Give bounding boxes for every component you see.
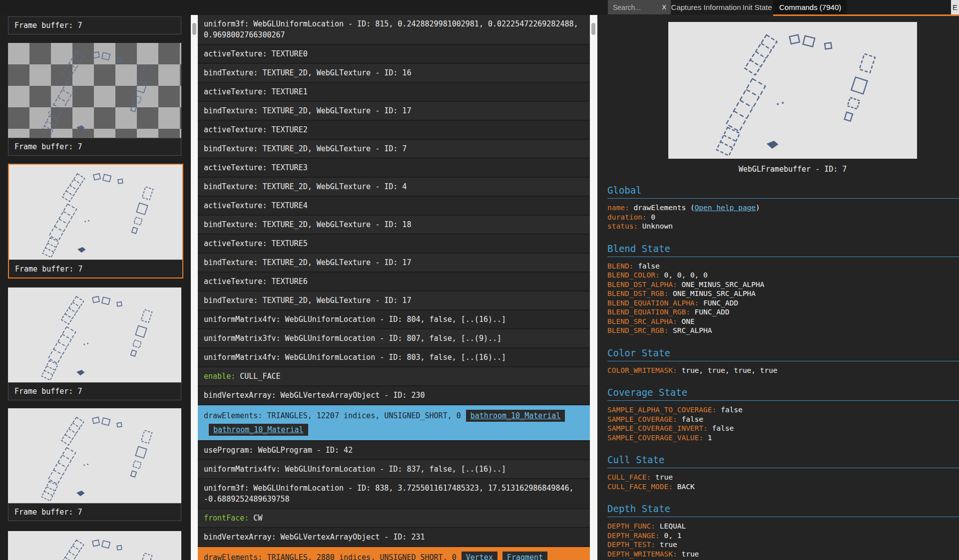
command-name: activeTexture: (204, 277, 271, 286)
command-row[interactable]: frontFace: CW (198, 509, 590, 528)
state-line: DEPTH_TEST: true (607, 540, 959, 550)
command-row[interactable]: drawElements: TRIANGLES, 12207 indices, … (198, 405, 590, 441)
command-row[interactable]: bindTexture: TEXTURE_2D, WebGLTexture - … (198, 64, 590, 83)
capture-item[interactable]: Frame buffer: 7 (8, 16, 181, 34)
capture-thumbnail[interactable] (8, 408, 181, 503)
command-list-scrollbar-handle[interactable] (591, 23, 595, 35)
command-row[interactable]: uniform3f: WebGLUniformLocation - ID: 83… (198, 479, 590, 509)
command-row[interactable]: bindVertexArray: WebGLVertexArrayObject … (198, 528, 590, 547)
sidebar-scrollbar-handle[interactable] (192, 23, 196, 35)
open-help-page-link[interactable]: Open help page (695, 204, 756, 212)
state-key: name: (607, 204, 629, 212)
command-name: drawElements: (204, 411, 267, 420)
state-key: BLEND_DST_RGB: (607, 289, 668, 297)
command-row[interactable]: activeTexture: TEXTURE2 (198, 121, 590, 140)
command-row[interactable]: bindVertexArray: WebGLVertexArrayObject … (198, 386, 590, 405)
state-line: DEPTH_RANGE: 0, 1 (607, 531, 959, 541)
capture-thumbnail[interactable] (8, 43, 181, 138)
command-name: bindTexture: (204, 144, 262, 153)
state-line: DEPTH_FUNC: LEQUAL (607, 522, 959, 531)
state-line: BLEND_SRC_RGB: SRC_ALPHA (607, 326, 959, 335)
state-line: SAMPLE_COVERAGE: false (607, 415, 959, 424)
command-row[interactable]: bindTexture: TEXTURE_2D, WebGLTexture - … (198, 291, 590, 310)
state-value: true (660, 541, 677, 549)
command-row[interactable]: enable: CULL_FACE (198, 367, 590, 386)
command-name: enable: (204, 372, 240, 381)
capture-thumbnail[interactable] (9, 165, 182, 260)
tab-e[interactable]: E (951, 0, 959, 14)
command-row[interactable]: activeTexture: TEXTURE4 (198, 197, 590, 216)
command-row[interactable]: activeTexture: TEXTURE1 (198, 83, 590, 102)
tab-label: Captures (671, 3, 702, 11)
command-args: TEXTURE_2D, WebGLTexture - ID: 18 (262, 220, 411, 229)
command-args: TEXTURE1 (271, 87, 307, 96)
command-name: drawElements: (204, 553, 267, 560)
state-line: BLEND_COLOR: 0, 0, 0, 0 (607, 271, 959, 280)
command-args: TEXTURE_2D, WebGLTexture - ID: 7 (262, 144, 407, 153)
command-tag-link[interactable]: bathroom_10_Material (466, 410, 565, 422)
command-args: TEXTURE6 (271, 277, 307, 286)
search-clear-button[interactable]: X (660, 3, 671, 11)
command-row[interactable]: bindTexture: TEXTURE_2D, WebGLTexture - … (198, 140, 590, 159)
command-row[interactable]: uniformMatrix4fv: WebGLUniformLocation -… (198, 348, 590, 367)
state-line: BLEND_DST_RGB: ONE_MINUS_SRC_ALPHA (607, 289, 959, 298)
state-key: SAMPLE_COVERAGE_VALUE: (607, 434, 703, 442)
framebuffer-scene-image (8, 408, 181, 503)
section-lines: CULL_FACE: trueCULL_FACE_MODE: BACK (607, 473, 959, 491)
capture-item[interactable] (8, 531, 181, 560)
command-args: TEXTURE2 (271, 125, 307, 134)
command-row[interactable]: bindTexture: TEXTURE_2D, WebGLTexture - … (198, 102, 590, 121)
command-tag-link[interactable]: Fragment (502, 552, 547, 560)
capture-item[interactable]: Frame buffer: 7 (8, 43, 181, 156)
capture-sidebar: Frame buffer: 7 Frame buffer: 7 Frame bu… (0, 15, 191, 560)
section-lines: DEPTH_FUNC: LEQUALDEPTH_RANGE: 0, 1DEPTH… (607, 522, 959, 559)
active-tab-underline (773, 14, 959, 16)
capture-thumbnail[interactable] (8, 531, 181, 560)
command-row[interactable]: activeTexture: TEXTURE6 (198, 273, 590, 291)
state-line: CULL_FACE: true (607, 473, 959, 482)
command-tags: VertexFragment (457, 553, 547, 560)
command-row[interactable]: uniformMatrix4fv: WebGLUniformLocation -… (198, 460, 590, 479)
capture-item[interactable]: Frame buffer: 7 (8, 408, 181, 521)
command-name: useProgram: (204, 446, 258, 455)
state-value: false (721, 406, 743, 414)
search-input[interactable] (608, 3, 660, 11)
command-row[interactable]: drawElements: TRIANGLES, 2880 indices, U… (198, 547, 590, 560)
command-tag-link[interactable]: Vertex (462, 552, 497, 560)
search-box[interactable]: X (608, 0, 671, 14)
framebuffer-scene-image (8, 43, 181, 138)
command-tag-link[interactable]: bathroom_10_Material (209, 424, 308, 436)
state-section: Blend State BLEND: falseBLEND_COLOR: 0, … (607, 243, 959, 335)
tab-init-state[interactable]: Init State (742, 0, 772, 14)
state-value: false (638, 262, 660, 270)
command-row[interactable]: bindTexture: TEXTURE_2D, WebGLTexture - … (198, 254, 590, 273)
tab-commands-7940[interactable]: Commands (7940) (773, 0, 847, 14)
command-row[interactable]: uniform3f: WebGLUniformLocation - ID: 81… (198, 15, 590, 45)
command-row[interactable]: useProgram: WebGLProgram - ID: 42 (198, 441, 590, 460)
state-line: CULL_FACE_MODE: BACK (607, 482, 959, 492)
command-row[interactable]: activeTexture: TEXTURE3 (198, 159, 590, 178)
state-line: BLEND_EQUATION_ALPHA: FUNC_ADD (607, 298, 959, 308)
tab-label: Commands (7940) (779, 3, 841, 11)
command-name: activeTexture: (204, 201, 271, 210)
command-row[interactable]: activeTexture: TEXTURE5 (198, 235, 590, 254)
command-name: bindTexture: (204, 68, 262, 77)
capture-thumbnail[interactable] (8, 287, 181, 382)
command-row[interactable]: uniformMatrix3fv: WebGLUniformLocation -… (198, 329, 590, 348)
command-row[interactable]: uniformMatrix4fv: WebGLUniformLocation -… (198, 310, 590, 329)
capture-item[interactable]: Frame buffer: 7 (8, 287, 181, 400)
command-row[interactable]: activeTexture: TEXTURE0 (198, 45, 590, 64)
capture-item[interactable]: Frame buffer: 7 (8, 164, 183, 279)
sidebar-scrollbar[interactable] (191, 15, 198, 560)
command-list-scrollbar[interactable] (590, 15, 597, 560)
state-line: SAMPLE_ALPHA_TO_COVERAGE: false (607, 405, 959, 415)
tab-information[interactable]: Information (703, 0, 741, 14)
tab-captures[interactable]: Captures (671, 0, 702, 14)
command-args: TEXTURE_2D, WebGLTexture - ID: 16 (262, 68, 411, 77)
state-key: BLEND_SRC_ALPHA: (607, 317, 677, 325)
command-args: WebGLUniformLocation - ID: 803, false, [… (285, 353, 506, 362)
state-key: CULL_FACE: (607, 473, 651, 481)
command-row[interactable]: bindTexture: TEXTURE_2D, WebGLTexture - … (198, 216, 590, 235)
state-value: 1 (708, 434, 712, 442)
command-row[interactable]: bindTexture: TEXTURE_2D, WebGLTexture - … (198, 178, 590, 197)
